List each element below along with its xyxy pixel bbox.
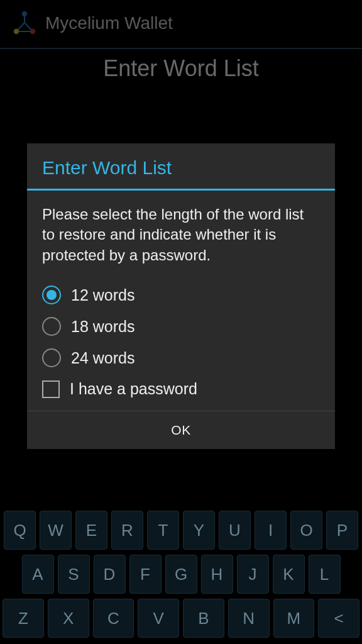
radio-option-18-words[interactable]: 18 words	[42, 311, 320, 342]
radio-option-24-words[interactable]: 24 words	[42, 342, 320, 374]
dialog-description: Please select the length of the word lis…	[42, 204, 320, 265]
radio-icon	[42, 317, 61, 336]
checkbox-label: I have a password	[70, 380, 197, 398]
dialog-title: Enter Word List	[42, 157, 320, 179]
key-l[interactable]: L	[309, 555, 341, 594]
radio-label: 18 words	[71, 318, 134, 336]
key-g[interactable]: G	[165, 555, 197, 594]
key-f[interactable]: F	[129, 555, 162, 594]
key-v[interactable]: V	[138, 599, 179, 638]
key-d[interactable]: D	[94, 555, 126, 594]
key-p[interactable]: P	[326, 511, 358, 550]
dialog-header: Enter Word List	[27, 143, 335, 191]
checkbox-have-password[interactable]: I have a password	[42, 374, 320, 404]
key-k[interactable]: K	[273, 555, 305, 594]
keyboard-row-3: Z X C V B N M <	[3, 599, 359, 638]
keyboard-row-1: Q W E R T Y U I O P	[3, 511, 359, 550]
radio-label: 24 words	[71, 349, 134, 367]
key-x[interactable]: X	[48, 599, 89, 638]
key-h[interactable]: H	[201, 555, 233, 594]
radio-option-12-words[interactable]: 12 words	[42, 279, 320, 311]
key-r[interactable]: R	[111, 511, 143, 550]
key-m[interactable]: M	[273, 599, 315, 638]
key-c[interactable]: C	[93, 599, 134, 638]
key-q[interactable]: Q	[4, 511, 36, 550]
keyboard-row-2: A S D F G H J K L	[3, 555, 359, 594]
key-z[interactable]: Z	[3, 599, 44, 638]
key-backspace[interactable]: <	[318, 599, 359, 638]
key-n[interactable]: N	[228, 599, 270, 638]
checkbox-icon	[42, 380, 60, 398]
key-e[interactable]: E	[75, 511, 107, 550]
radio-label: 12 words	[71, 286, 134, 304]
ok-label: OK	[171, 423, 190, 437]
dialog-body: Please select the length of the word lis…	[27, 191, 335, 411]
key-j[interactable]: J	[237, 555, 269, 594]
radio-icon	[42, 348, 61, 367]
key-y[interactable]: Y	[183, 511, 215, 550]
key-o[interactable]: O	[290, 511, 322, 550]
virtual-keyboard: Q W E R T Y U I O P A S D F G H J K L Z …	[0, 506, 362, 644]
radio-icon	[42, 286, 61, 304]
key-u[interactable]: U	[219, 511, 251, 550]
key-w[interactable]: W	[40, 511, 72, 550]
key-s[interactable]: S	[58, 555, 90, 594]
key-b[interactable]: B	[183, 599, 224, 638]
key-a[interactable]: A	[22, 555, 54, 594]
word-list-dialog: Enter Word List Please select the length…	[27, 143, 335, 449]
key-i[interactable]: I	[255, 511, 287, 550]
ok-button[interactable]: OK	[27, 411, 335, 449]
key-t[interactable]: T	[147, 511, 179, 550]
